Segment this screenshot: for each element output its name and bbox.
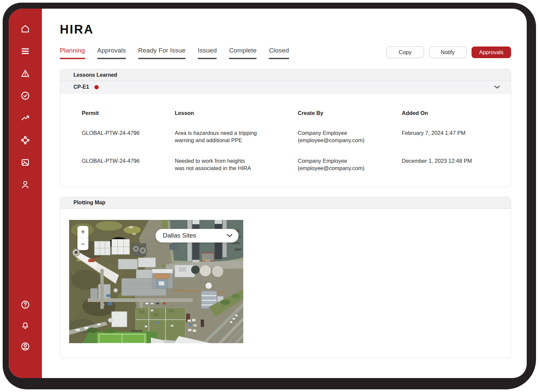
- topbar: Planning Approvals Ready For Issue Issue…: [60, 47, 511, 59]
- cell-added-on: February 7, 2024 1:47 PM: [402, 130, 501, 144]
- sidebar: [9, 9, 42, 378]
- tab-underline: [97, 58, 126, 59]
- app-window: HIRA Planning Approvals Ready For Issue: [9, 9, 527, 378]
- tab-issued[interactable]: Issued: [198, 47, 217, 59]
- map-zoom-control: + −: [77, 226, 88, 250]
- tab-ready-for-issue[interactable]: Ready For Issue: [138, 47, 185, 59]
- col-header-permit: Permit: [82, 110, 175, 116]
- map-panel-title: Plotting Map: [73, 200, 105, 206]
- home-icon[interactable]: [20, 24, 30, 34]
- menu-icon[interactable]: [20, 46, 30, 56]
- cell-lesson: Needed to work from heights was not asso…: [175, 157, 298, 172]
- group-label: CP-E1: [73, 84, 89, 90]
- col-header-create-by: Create By: [298, 110, 402, 116]
- tab-approvals[interactable]: Approvals: [97, 47, 126, 59]
- account-circle-icon[interactable]: [20, 342, 30, 351]
- tab-complete[interactable]: Complete: [229, 47, 257, 59]
- tab-underline: [60, 58, 85, 59]
- lessons-panel-header: Lessons Learned: [60, 69, 511, 81]
- chevron-down-icon[interactable]: [494, 85, 500, 89]
- copy-button[interactable]: Copy: [386, 47, 424, 58]
- approvals-button[interactable]: Approvals: [472, 47, 511, 58]
- device-frame: HIRA Planning Approvals Ready For Issue: [3, 3, 536, 389]
- tab-underline: [198, 58, 217, 59]
- notify-button[interactable]: Notify: [429, 47, 467, 58]
- zoom-in-button[interactable]: +: [77, 226, 88, 238]
- sidebar-bottom-group: [20, 300, 30, 378]
- col-header-lesson: Lesson: [175, 110, 298, 116]
- tab-underline: [229, 58, 257, 59]
- chevron-down-icon: [227, 234, 233, 237]
- cell-create-by: Company Employee (employee@company.com): [298, 157, 402, 172]
- bell-icon[interactable]: [20, 321, 30, 331]
- lessons-panel-title: Lessons Learned: [73, 72, 117, 78]
- aerial-map[interactable]: + − Dallas Sites: [69, 220, 243, 343]
- tab-bar: Planning Approvals Ready For Issue Issue…: [60, 47, 289, 59]
- sites-dropdown-value: Dallas Sites: [163, 232, 196, 239]
- user-icon[interactable]: [20, 180, 30, 190]
- screen: HIRA Planning Approvals Ready For Issue: [0, 0, 539, 392]
- image-icon[interactable]: [20, 157, 30, 167]
- action-buttons: Copy Notify Approvals: [386, 47, 511, 59]
- map-panel-header: Plotting Map: [60, 197, 511, 209]
- cell-lesson: Area is hazardous need a tripping warnin…: [175, 130, 298, 144]
- check-circle-icon[interactable]: [20, 91, 30, 101]
- sidebar-top-group: [20, 9, 30, 190]
- lessons-group-row[interactable]: CP-E1: [60, 81, 511, 93]
- tab-underline: [269, 58, 289, 59]
- tab-planning[interactable]: Planning: [60, 47, 85, 59]
- status-badge: [93, 84, 100, 91]
- warning-icon[interactable]: [20, 68, 30, 78]
- sites-dropdown[interactable]: Dallas Sites: [156, 229, 239, 243]
- tab-underline: [138, 58, 185, 59]
- status-dot: [94, 85, 99, 89]
- main-area: HIRA Planning Approvals Ready For Issue: [42, 9, 527, 378]
- cell-added-on: December 1, 2023 12:48 PM: [402, 157, 501, 172]
- plotting-map-panel: Plotting Map: [60, 197, 511, 358]
- cell-create-by: Company Employee (employee@company.com): [298, 130, 402, 144]
- trending-up-icon[interactable]: [20, 113, 30, 123]
- cell-permit: GLOBAL-PTW-24-4796: [82, 130, 175, 144]
- nodes-diamond-icon[interactable]: [20, 135, 30, 145]
- page-title: HIRA: [60, 23, 511, 37]
- tab-closed[interactable]: Closed: [269, 47, 289, 59]
- cell-permit: GLOBAL-PTW-24-4796: [82, 157, 175, 172]
- lessons-table: Permit Lesson Create By Added On GLOBAL-…: [60, 93, 511, 187]
- lessons-learned-panel: Lessons Learned CP-E1 Permit Lesson: [60, 69, 511, 187]
- zoom-out-button[interactable]: −: [77, 238, 88, 250]
- help-icon[interactable]: [20, 300, 30, 310]
- col-header-added-on: Added On: [402, 110, 501, 116]
